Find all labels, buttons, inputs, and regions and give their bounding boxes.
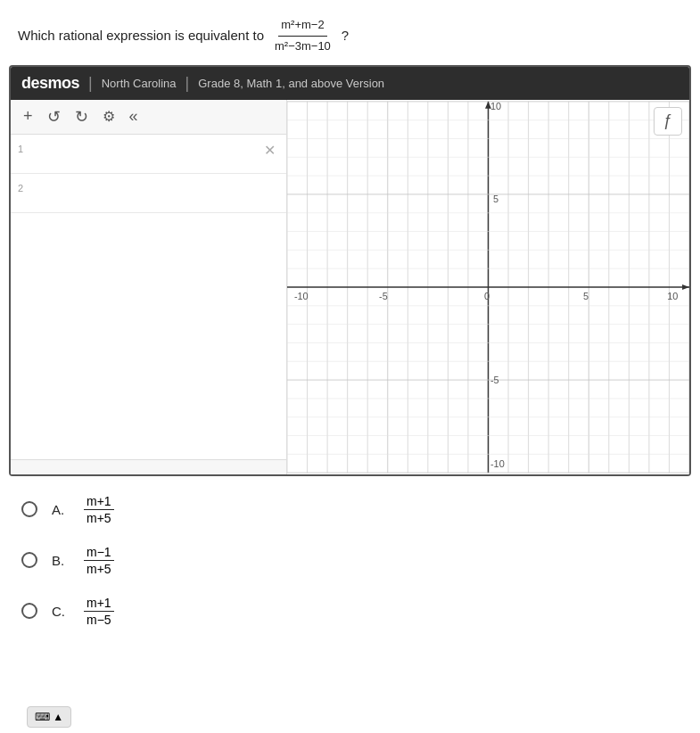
x-label-neg10: -10 xyxy=(294,290,309,301)
desmos-body: + ↺ ↻ ⚙ « 1 ✕ 2 xyxy=(11,100,689,474)
question-fraction: m²+m−2 m²−3m−10 xyxy=(272,16,334,56)
choice-A-den: m+5 xyxy=(84,510,114,525)
y-label-neg5: -5 xyxy=(490,375,499,385)
expr-toolbar: + ↺ ↻ ⚙ « xyxy=(11,100,286,135)
desmos-panel: desmos | North Carolina | Grade 8, Math … xyxy=(9,65,691,476)
sci-mode-button[interactable]: ƒ xyxy=(654,107,682,136)
choice-C-label: C. xyxy=(52,604,70,619)
settings-button[interactable]: ⚙ xyxy=(99,106,119,127)
choice-B-den: m+5 xyxy=(84,561,114,576)
question-fraction-num: m²+m−2 xyxy=(278,16,326,37)
choice-A-num: m+1 xyxy=(84,494,114,510)
expression-list: 1 ✕ 2 xyxy=(11,135,286,459)
y-label-10: 10 xyxy=(490,100,501,111)
graph-svg: -10 -5 0 5 10 5 10 -5 -10 xyxy=(287,100,689,474)
desmos-logo: desmos xyxy=(21,74,79,93)
radio-A[interactable] xyxy=(21,501,37,517)
x-label-neg5: -5 xyxy=(379,290,388,301)
redo-button[interactable]: ↻ xyxy=(71,105,92,128)
expression-row-2[interactable]: 2 xyxy=(11,174,286,213)
desmos-header: desmos | North Carolina | Grade 8, Math … xyxy=(11,67,689,100)
answer-section: A. m+1 m+5 B. m−1 m+5 C. m+1 m−5 xyxy=(0,476,700,664)
choice-A-label: A. xyxy=(52,502,70,517)
desmos-divider1: | xyxy=(88,74,93,93)
sci-mode-icon: ƒ xyxy=(663,111,672,130)
question-suffix: ? xyxy=(342,25,349,46)
x-label-5: 5 xyxy=(583,290,589,301)
y-label-neg10: -10 xyxy=(490,458,505,469)
radio-C[interactable] xyxy=(21,603,37,619)
answer-choice-A[interactable]: A. m+1 m+5 xyxy=(21,494,679,525)
x-label-0: 0 xyxy=(484,290,490,301)
question-fraction-den: m²−3m−10 xyxy=(272,37,334,56)
x-label-10: 10 xyxy=(667,290,678,301)
answer-choice-C[interactable]: C. m+1 m−5 xyxy=(21,596,679,627)
choice-B-fraction: m−1 m+5 xyxy=(84,545,114,576)
undo-button[interactable]: ↺ xyxy=(44,105,64,128)
choice-B-label: B. xyxy=(52,553,70,568)
graph-panel: -10 -5 0 5 10 5 10 -5 -10 ƒ xyxy=(287,100,689,474)
question-prefix: Which rational expression is equivalent … xyxy=(18,25,264,46)
expression-row-1[interactable]: 1 ✕ xyxy=(11,135,286,174)
add-expression-button[interactable]: + xyxy=(20,105,37,128)
question-text: Which rational expression is equivalent … xyxy=(18,16,682,56)
choice-C-den: m−5 xyxy=(84,612,114,627)
desmos-divider2: | xyxy=(185,74,190,93)
expr-row-2-number: 2 xyxy=(18,181,34,194)
desmos-grade: Grade 8, Math 1, and above Version xyxy=(198,77,384,90)
desmos-region: North Carolina xyxy=(102,77,177,90)
choice-B-num: m−1 xyxy=(84,545,114,561)
grid-horizontal xyxy=(287,101,689,472)
choice-C-num: m+1 xyxy=(84,596,114,612)
choice-C-fraction: m+1 m−5 xyxy=(84,596,114,627)
answer-choice-B[interactable]: B. m−1 m+5 xyxy=(21,545,679,576)
expression-panel: + ↺ ↻ ⚙ « 1 ✕ 2 xyxy=(11,100,287,474)
choice-A-fraction: m+1 m+5 xyxy=(84,494,114,525)
expr-row-1-delete[interactable]: ✕ xyxy=(260,142,279,159)
y-label-5: 5 xyxy=(493,193,498,203)
radio-B[interactable] xyxy=(21,552,37,568)
expr-row-1-number: 1 xyxy=(18,142,34,154)
collapse-button[interactable]: « xyxy=(126,105,142,128)
question-area: Which rational expression is equivalent … xyxy=(0,0,700,65)
